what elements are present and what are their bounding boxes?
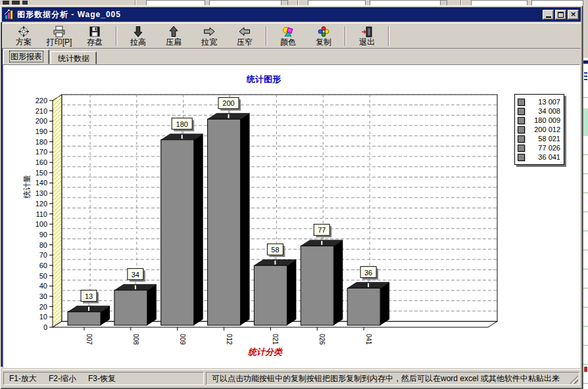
app-window: 图形数据分析 - Wage_005 × 方案 打印[P] — [0, 5, 583, 389]
svg-text:36: 36 — [364, 269, 372, 277]
toolbar-separator — [266, 26, 267, 46]
color-label: 颜色 — [280, 38, 296, 47]
svg-text:100: 100 — [36, 220, 47, 228]
widen-button[interactable]: 拉宽 — [191, 24, 227, 48]
titlebar[interactable]: 图形数据分析 - Wage_005 × — [2, 7, 581, 22]
maximize-button[interactable] — [555, 10, 566, 20]
legend-item: 77 026 — [518, 143, 560, 152]
legend-label: 36 041 — [525, 154, 560, 161]
stretch-tall-label: 拉高 — [130, 38, 146, 47]
widen-label: 拉宽 — [201, 38, 217, 47]
tab-graph-report-label: 图形报表 — [11, 52, 42, 61]
svg-text:30: 30 — [39, 292, 47, 300]
legend-swatch-icon — [518, 99, 525, 106]
statusbar-message-panel: 可以点击功能按钮中的复制按钮把图形复制到内存中，然后可以在word excel … — [206, 372, 579, 385]
save-label: 存盘 — [87, 38, 103, 47]
svg-text:20: 20 — [39, 303, 47, 311]
svg-text:210: 210 — [36, 107, 47, 115]
svg-text:统计图形: 统计图形 — [246, 74, 282, 84]
svg-text:90: 90 — [39, 231, 47, 239]
legend-swatch-icon — [518, 154, 525, 161]
narrow-button[interactable]: 压窄 — [227, 24, 262, 48]
maximize-icon — [558, 12, 564, 18]
copy-button[interactable]: 复制 — [306, 24, 341, 48]
exit-label: 退出 — [359, 38, 375, 47]
legend-swatch-icon — [518, 135, 525, 143]
statusbar: F1-放大 F2-缩小 F3-恢复 可以点击功能按钮中的复制按钮把图形复制到内存… — [2, 369, 581, 386]
legend-item: 34 008 — [518, 106, 560, 116]
legend-swatch-icon — [518, 145, 525, 152]
arrow-down-icon — [132, 26, 145, 37]
legend-label: 200 012 — [525, 126, 560, 133]
tab-statistics-data[interactable]: 统计数据 — [51, 51, 97, 64]
svg-text:190: 190 — [36, 127, 47, 135]
legend-item: 180 009 — [518, 116, 560, 125]
legend-label: 34 008 — [525, 108, 560, 115]
svg-text:80: 80 — [39, 241, 47, 249]
svg-text:110: 110 — [36, 210, 47, 218]
svg-text:70: 70 — [39, 251, 47, 259]
chart-page: 0102030405060708090100110120130140150160… — [3, 64, 580, 368]
legend-label: 180 009 — [525, 117, 560, 124]
resize-grip-icon[interactable] — [570, 375, 578, 384]
color-button[interactable]: 颜色 — [270, 24, 306, 48]
svg-text:012: 012 — [226, 334, 233, 345]
svg-text:021: 021 — [272, 334, 279, 345]
stretch-tall-button[interactable]: 拉高 — [120, 24, 156, 48]
scheme-icon — [17, 26, 30, 37]
legend-item: 36 041 — [518, 152, 560, 162]
shortcut-f2: F2-缩小 — [49, 373, 76, 384]
background-window-right-sliver — [583, 0, 588, 389]
svg-text:0: 0 — [43, 323, 47, 331]
save-icon — [88, 26, 101, 37]
minimize-button[interactable] — [543, 10, 554, 20]
close-button[interactable]: × — [568, 10, 579, 20]
svg-text:200: 200 — [36, 117, 47, 125]
flatten-button[interactable]: 压扁 — [156, 24, 191, 48]
toolbar-separator — [388, 26, 389, 46]
svg-text:007: 007 — [86, 334, 93, 345]
save-button[interactable]: 存盘 — [77, 24, 112, 48]
svg-text:150: 150 — [36, 169, 47, 177]
arrow-up-icon — [167, 26, 180, 37]
app-icon — [4, 9, 14, 20]
svg-text:13: 13 — [85, 292, 93, 300]
toolbar-separator — [345, 26, 346, 46]
print-icon — [53, 26, 66, 37]
tabbar: 图形报表 统计数据 — [3, 49, 581, 64]
print-label: 打印[P] — [47, 38, 72, 47]
background-window-top-sliver — [0, 0, 588, 5]
svg-text:34: 34 — [132, 271, 139, 279]
svg-text:统计分类: 统计分类 — [247, 347, 283, 357]
shortcut-f1: F1-放大 — [9, 373, 37, 384]
legend-swatch-icon — [518, 108, 525, 115]
svg-text:180: 180 — [176, 120, 188, 128]
colors-icon — [282, 26, 295, 37]
print-button[interactable]: 打印[P] — [41, 24, 77, 48]
svg-text:220: 220 — [36, 97, 47, 104]
svg-text:170: 170 — [36, 148, 47, 156]
narrow-label: 压窄 — [237, 38, 253, 47]
copy-icon — [317, 26, 330, 37]
toolbar: 方案 打印[P] 存盘 拉高 — [2, 23, 581, 49]
statistics-bar-chart: 0102030405060708090100110120130140150160… — [3, 65, 579, 367]
legend-item: 13 007 — [518, 97, 560, 106]
scheme-label: 方案 — [16, 38, 32, 47]
svg-text:77: 77 — [318, 226, 326, 234]
svg-text:026: 026 — [318, 334, 326, 345]
legend-item: 200 012 — [518, 125, 560, 134]
exit-button[interactable]: 退出 — [349, 24, 385, 48]
shortcut-f3: F3-恢复 — [88, 373, 116, 384]
svg-text:10: 10 — [39, 313, 47, 321]
flatten-label: 压扁 — [166, 38, 182, 47]
scheme-button[interactable]: 方案 — [6, 24, 41, 48]
legend-label: 77 026 — [525, 145, 560, 152]
svg-text:041: 041 — [365, 334, 372, 345]
tab-statistics-data-label: 统计数据 — [58, 54, 89, 63]
svg-text:120: 120 — [36, 200, 47, 208]
chart-legend: 13 00734 008180 009200 01258 02177 02636… — [514, 94, 564, 165]
svg-text:200: 200 — [222, 99, 234, 107]
svg-text:130: 130 — [36, 189, 47, 197]
svg-text:009: 009 — [179, 334, 186, 345]
tab-graph-report[interactable]: 图形报表 — [3, 49, 49, 64]
